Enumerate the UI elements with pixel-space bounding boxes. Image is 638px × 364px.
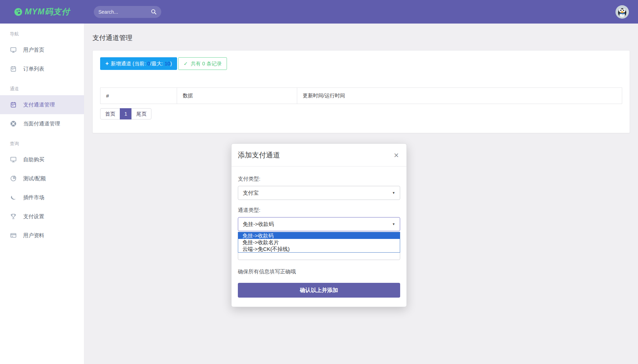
add-channel-modal: 添加支付通道 × 支付类型: 支付宝 ▼ 通道类型: 免挂->收款码 ▼ 免挂-… xyxy=(231,143,407,307)
credit-card-icon xyxy=(10,232,17,239)
user-avatar[interactable] xyxy=(616,5,629,19)
search-input[interactable] xyxy=(98,9,151,15)
add-channel-label: 新增通道 (当前: 0/最大: 10) xyxy=(111,60,172,67)
pagination-page-1-button[interactable]: 1 xyxy=(120,108,132,119)
check-icon: ✓ xyxy=(183,61,188,66)
sidebar-item-label: 用户首页 xyxy=(23,47,44,53)
channel-type-label: 通道类型: xyxy=(238,207,400,214)
dropdown-option-cloud[interactable]: 云端->免CK(不掉线) xyxy=(238,246,400,252)
sidebar-item-self-purchase[interactable]: 自助购买 xyxy=(0,150,84,169)
nav-section-header-nav: 导航 xyxy=(0,24,84,40)
plus-icon: + xyxy=(105,60,109,67)
modal-body: 支付类型: 支付宝 ▼ 通道类型: 免挂->收款码 ▼ 免挂->收款码 免挂->… xyxy=(232,167,406,307)
nav-section-header-query: 查询 xyxy=(0,133,84,150)
pay-type-select[interactable]: 支付宝 ▼ xyxy=(238,186,400,200)
page-title: 支付通道管理 xyxy=(92,33,638,43)
clipboard-icon xyxy=(10,101,17,108)
monitor-icon xyxy=(10,156,17,163)
sidebar-item-label: 自助购买 xyxy=(23,156,44,163)
sidebar-item-label: 订单列表 xyxy=(23,66,44,72)
sidebar-item-user-home[interactable]: 用户首页 xyxy=(0,40,84,59)
sidebar-item-user-profile[interactable]: 用户资料 xyxy=(0,226,84,245)
channel-type-select[interactable]: 免挂->收款码 ▼ xyxy=(238,217,400,231)
sidebar-item-plugin-market[interactable]: 插件市场 xyxy=(0,188,84,207)
channel-type-value: 免挂->收款码 xyxy=(243,221,274,228)
sidebar-item-order-list[interactable]: 订单列表 xyxy=(0,59,84,78)
dropdown-option-card[interactable]: 免挂->收款名片 xyxy=(238,239,400,246)
sidebar-item-label: 支付设置 xyxy=(23,213,44,220)
penguin-avatar-icon xyxy=(616,5,629,19)
pagination-last-button[interactable]: 尾页 xyxy=(131,108,151,119)
logo-ball-icon xyxy=(14,8,22,16)
caret-down-icon: ▼ xyxy=(392,191,395,195)
sidebar-item-label: 用户资料 xyxy=(23,232,44,239)
records-count-label: 共有 0 条记录 xyxy=(191,60,222,67)
table-header-row: # 数据 更新时间/运行时间 xyxy=(100,88,622,104)
top-navbar: MYM码支付 xyxy=(0,0,638,24)
column-header-time: 更新时间/运行时间 xyxy=(297,88,622,104)
pie-chart-icon xyxy=(10,175,17,182)
app-logo[interactable]: MYM码支付 xyxy=(0,6,84,17)
helper-text: 确保所有信息填写正确哦 xyxy=(238,268,400,275)
pagination-first-button[interactable]: 首页 xyxy=(100,108,120,119)
modal-header: 添加支付通道 × xyxy=(232,144,406,167)
logo-text: MYM码支付 xyxy=(25,6,70,17)
pay-type-label: 支付类型: xyxy=(238,176,400,182)
content-card: + 新增通道 (当前: 0/最大: 10) ✓ 共有 0 条记录 # 数据 更新… xyxy=(92,50,630,133)
caret-down-icon: ▼ xyxy=(392,222,395,226)
column-header-index: # xyxy=(100,88,177,104)
dropdown-option-qrcode[interactable]: 免挂->收款码 xyxy=(238,232,400,239)
search-box xyxy=(94,6,161,18)
records-count-button[interactable]: ✓ 共有 0 条记录 xyxy=(178,57,227,70)
sidebar-item-label: 当面付通道管理 xyxy=(23,121,60,127)
max-count: 10 xyxy=(164,61,170,66)
sidebar-item-payment-channel-mgmt[interactable]: 支付通道管理 xyxy=(0,95,84,114)
search-icon[interactable] xyxy=(151,9,157,15)
monitor-icon xyxy=(10,46,17,53)
close-icon[interactable]: × xyxy=(392,151,400,160)
moon-icon xyxy=(10,194,17,201)
sidebar: 导航 用户首页 订单列表 通道 xyxy=(0,24,84,364)
trophy-icon xyxy=(10,213,17,220)
sidebar-item-label: 插件市场 xyxy=(23,194,44,201)
modal-title: 添加支付通道 xyxy=(238,150,392,160)
sidebar-item-label: 测试/配额 xyxy=(23,175,46,182)
pay-type-value: 支付宝 xyxy=(243,190,259,196)
clipboard-icon xyxy=(10,65,17,72)
sidebar-item-f2f-channel-mgmt[interactable]: 当面付通道管理 xyxy=(0,114,84,133)
column-header-data: 数据 xyxy=(177,88,297,104)
sidebar-item-label: 支付通道管理 xyxy=(23,102,55,108)
sidebar-item-test-quota[interactable]: 测试/配额 xyxy=(0,169,84,188)
channels-table: # 数据 更新时间/运行时间 xyxy=(100,87,622,104)
channel-type-dropdown: 免挂->收款码 免挂->收款名片 云端->免CK(不掉线) xyxy=(238,232,400,253)
pagination: 首页 1 尾页 xyxy=(100,108,151,119)
nav-section-header-channel: 通道 xyxy=(0,78,84,95)
life-ring-icon xyxy=(10,120,17,127)
confirm-add-button[interactable]: 确认以上并添加 xyxy=(238,283,400,298)
sidebar-item-payment-settings[interactable]: 支付设置 xyxy=(0,207,84,226)
add-channel-button[interactable]: + 新增通道 (当前: 0/最大: 10) xyxy=(100,57,177,70)
